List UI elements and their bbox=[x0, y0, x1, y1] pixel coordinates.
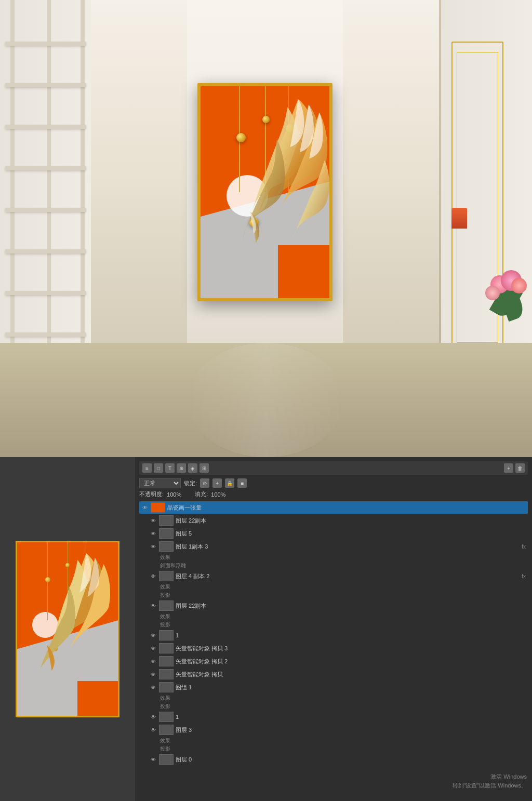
type-filter-icon[interactable]: ⊕ bbox=[177, 463, 186, 473]
thumbnail-area bbox=[0, 457, 135, 801]
lock-label: 锁定: bbox=[184, 479, 197, 487]
room-scene bbox=[0, 0, 532, 457]
layer-name-14: 矢量智能对象 拷贝 3 bbox=[176, 645, 526, 652]
layer-sub-effect-2: 效果 bbox=[158, 583, 528, 591]
layer-name-15: 矢量智能对象 拷贝 2 bbox=[176, 658, 526, 665]
layer-item-13[interactable]: 👁 1 bbox=[148, 629, 528, 642]
layer-thumb-2 bbox=[159, 515, 174, 526]
layer-item-15[interactable]: 👁 矢量智能对象 拷贝 2 bbox=[148, 655, 528, 668]
layer-name: 晶瓷画一张量 bbox=[167, 504, 526, 512]
layer-name-20: 1 bbox=[176, 714, 526, 720]
pixel-filter-icon[interactable]: T bbox=[165, 463, 175, 473]
layer-item-14[interactable]: 👁 矢量智能对象 拷贝 3 bbox=[148, 642, 528, 655]
dark-section: ≡ □ T ⊕ ◈ ⊞ + 🗑 正常正常溶解变暗正片叠底颜色加深 锁定: ⊘ +… bbox=[0, 457, 532, 801]
layer-eye-20[interactable]: 👁 bbox=[150, 713, 157, 720]
layer-item-24[interactable]: 👁 图层 0 bbox=[148, 753, 528, 766]
blend-mode-select[interactable]: 正常正常溶解变暗正片叠底颜色加深 bbox=[139, 478, 181, 488]
layers-list: 👁 晶瓷画一张量 👁 图层 22副本 👁 图层 5 👁 bbox=[139, 501, 528, 771]
layer-eye-14[interactable]: 👁 bbox=[150, 645, 157, 652]
layer-item-group-main[interactable]: 👁 晶瓷画一张量 bbox=[139, 501, 528, 514]
layer-eye-15[interactable]: 👁 bbox=[150, 658, 157, 665]
layer-sub-effect-3: 效果 bbox=[158, 612, 528, 621]
layer-sub-shadow-3: 投影 bbox=[158, 621, 528, 629]
blend-mode-row: 正常正常溶解变暗正片叠底颜色加深 锁定: ⊘ + 🔒 ■ bbox=[139, 478, 528, 488]
opacity-row: 不透明度: 100% 填充: 100% bbox=[139, 490, 528, 498]
fill-label: 填充: bbox=[195, 490, 208, 498]
layer-thumb-14 bbox=[159, 643, 174, 653]
layer-name-4: 图层 1副本 3 bbox=[176, 543, 520, 551]
layer-item-2[interactable]: 👁 图层 22副本 bbox=[148, 514, 528, 527]
main-artwork-frame bbox=[197, 83, 332, 301]
layer-thumb-10 bbox=[159, 600, 174, 611]
layer-visibility-eye[interactable]: 👁 bbox=[141, 504, 149, 511]
layer-thumb-21 bbox=[159, 725, 174, 735]
layer-name-16: 矢量智能对象 拷贝 bbox=[176, 671, 526, 678]
layer-thumb-15 bbox=[159, 656, 174, 666]
room-floor bbox=[0, 343, 532, 457]
layer-eye-17[interactable]: 👁 bbox=[150, 684, 157, 691]
layer-name-2: 图层 22副本 bbox=[176, 517, 526, 525]
layer-thumb-4 bbox=[159, 541, 174, 552]
layer-thumbnail bbox=[151, 502, 165, 513]
windows-notice-line1: 激活 Windows bbox=[453, 772, 527, 782]
kind-filter-icon[interactable]: □ bbox=[154, 463, 163, 473]
layer-sub-bevel: 斜面和浮雕 bbox=[158, 562, 528, 570]
layer-sub-effect-4: 效果 bbox=[158, 694, 528, 702]
layer-name-10: 图层 22副本 bbox=[176, 602, 526, 610]
layer-sub-shadow-5: 投影 bbox=[158, 745, 528, 753]
layer-item-21[interactable]: 👁 图层 3 bbox=[148, 724, 528, 736]
delete-layer-icon[interactable]: 🗑 bbox=[515, 463, 525, 473]
layer-item-7[interactable]: 👁 图层 4 副本 2 fx bbox=[148, 570, 528, 582]
layer-name-3: 图层 5 bbox=[176, 530, 526, 538]
windows-activation-notice: 激活 Windows 转到"设置"以激活 Windows。 bbox=[453, 772, 527, 791]
layers-panel-icon[interactable]: ≡ bbox=[142, 463, 152, 473]
layer-eye-7[interactable]: 👁 bbox=[150, 572, 157, 580]
layers-panel: ≡ □ T ⊕ ◈ ⊞ + 🗑 正常正常溶解变暗正片叠底颜色加深 锁定: ⊘ +… bbox=[135, 457, 532, 801]
layer-name-24: 图层 0 bbox=[176, 756, 526, 764]
layer-item-3[interactable]: 👁 图层 5 bbox=[148, 527, 528, 540]
feather-wing-svg bbox=[233, 97, 329, 256]
layer-eye-13[interactable]: 👁 bbox=[150, 632, 157, 639]
layer-thumb-24 bbox=[159, 754, 174, 765]
layer-thumb-16 bbox=[159, 669, 174, 679]
lock-position-icon[interactable]: ⊘ bbox=[200, 478, 209, 488]
layer-item-16[interactable]: 👁 矢量智能对象 拷贝 bbox=[148, 668, 528, 680]
layer-thumb-3 bbox=[159, 528, 174, 539]
layer-eye-3[interactable]: 👁 bbox=[150, 530, 157, 537]
layer-item-10[interactable]: 👁 图层 22副本 bbox=[148, 599, 528, 612]
opacity-value: 100% bbox=[167, 491, 181, 498]
layer-item-17[interactable]: 👁 图组 1 bbox=[148, 681, 528, 693]
thumbnail-frame bbox=[16, 541, 119, 717]
fill-value: 100% bbox=[211, 491, 225, 498]
layer-name-17: 图组 1 bbox=[176, 684, 526, 691]
smart-filter-icon[interactable]: ⊞ bbox=[200, 463, 209, 473]
layer-eye-4[interactable]: 👁 bbox=[150, 543, 157, 550]
layer-eye-24[interactable]: 👁 bbox=[150, 756, 157, 763]
shelf-decor-item bbox=[451, 208, 467, 229]
layer-sub-shadow-4: 投影 bbox=[158, 702, 528, 711]
layer-item-20[interactable]: 👁 1 bbox=[148, 711, 528, 723]
layer-sub-effect-5: 效果 bbox=[158, 737, 528, 745]
opacity-label: 不透明度: bbox=[139, 490, 164, 498]
layer-name-21: 图层 3 bbox=[176, 726, 526, 734]
layer-name-13: 1 bbox=[176, 632, 526, 638]
layer-eye-10[interactable]: 👁 bbox=[150, 602, 157, 609]
layer-eye-16[interactable]: 👁 bbox=[150, 671, 157, 678]
layer-fx-4: fx bbox=[522, 544, 526, 550]
windows-notice-line2: 转到"设置"以激活 Windows。 bbox=[453, 781, 527, 791]
layer-thumb-7 bbox=[159, 571, 174, 581]
layer-eye-2[interactable]: 👁 bbox=[150, 517, 157, 524]
add-layer-icon[interactable]: + bbox=[504, 463, 513, 473]
lock-pixel-icon[interactable]: + bbox=[212, 478, 222, 488]
lock-all-icon[interactable]: ■ bbox=[237, 478, 247, 488]
layer-item-4[interactable]: 👁 图层 1副本 3 fx bbox=[148, 540, 528, 553]
lock-image-icon[interactable]: 🔒 bbox=[225, 478, 234, 488]
layer-thumb-13 bbox=[159, 630, 174, 640]
adjustment-filter-icon[interactable]: ◈ bbox=[188, 463, 197, 473]
layer-eye-21[interactable]: 👁 bbox=[150, 726, 157, 733]
layer-fx-7: fx bbox=[522, 573, 526, 579]
layer-thumb-17 bbox=[159, 682, 174, 692]
layer-name-7: 图层 4 副本 2 bbox=[176, 572, 520, 580]
layer-group-contents: 👁 图层 22副本 👁 图层 5 👁 图层 1副本 3 fx 效果 bbox=[148, 514, 528, 766]
flowers-decoration bbox=[464, 270, 527, 353]
